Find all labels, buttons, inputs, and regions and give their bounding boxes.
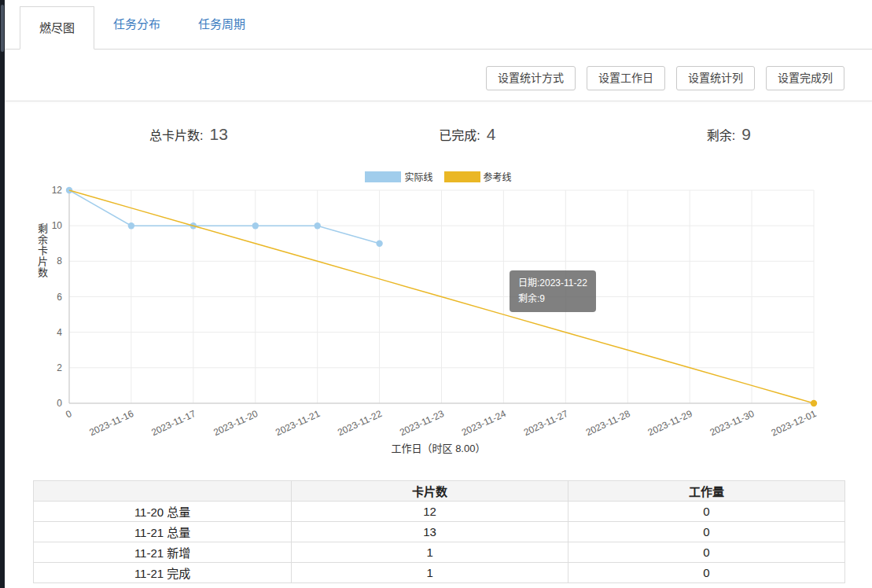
svg-text:8: 8: [57, 255, 62, 266]
row-workload: 0: [568, 502, 845, 522]
svg-text:2023-11-30: 2023-11-30: [708, 408, 756, 438]
tab-task-distribution[interactable]: 任务分布: [94, 0, 179, 49]
row-workload: 0: [568, 563, 845, 583]
stat-remaining-label: 剩余:: [707, 125, 735, 144]
actual-line-swatch: [365, 171, 401, 182]
set-statistics-column-button[interactable]: 设置统计列: [676, 66, 755, 90]
chart-tooltip: 日期:2023-11-22 剩余:9: [510, 270, 596, 312]
set-workday-button[interactable]: 设置工作日: [587, 66, 665, 90]
stats-row: 总卡片数: 13 已完成: 4 剩余: 9: [5, 118, 872, 151]
row-card-count: 12: [292, 502, 568, 522]
svg-text:6: 6: [57, 292, 62, 303]
summary-table: 卡片数 工作量 11-20 总量 12 0 11-21 总量 13 0 11-2…: [33, 480, 845, 583]
row-label: 11-20 总量: [34, 502, 292, 522]
stat-remaining-value: 9: [741, 125, 751, 144]
stat-remaining: 剩余: 9: [707, 125, 751, 144]
tab-task-cycle[interactable]: 任务周期: [179, 0, 264, 49]
y-axis-title: 剩余卡片数: [35, 223, 50, 278]
stat-completed: 已完成: 4: [439, 125, 495, 144]
svg-text:0: 0: [64, 408, 73, 421]
stat-total-cards-value: 13: [209, 125, 227, 144]
svg-text:2: 2: [57, 362, 62, 373]
row-label: 11-21 新增: [34, 542, 292, 563]
svg-text:2023-12-01: 2023-12-01: [770, 408, 819, 439]
row-label: 11-21 总量: [34, 522, 292, 542]
tab-bar: 燃尽图 任务分布 任务周期: [5, 0, 872, 50]
svg-text:0: 0: [57, 398, 62, 409]
table-header-row: 卡片数 工作量: [34, 481, 845, 502]
table-row: 11-20 总量 12 0: [34, 502, 845, 522]
reference-line-label: 参考线: [484, 170, 512, 183]
window-edge-strip: [0, 0, 5, 588]
row-card-count: 1: [292, 542, 568, 563]
row-workload: 0: [568, 522, 845, 542]
reference-line-swatch: [444, 171, 480, 182]
scrollbar-thumb[interactable]: [1, 5, 4, 52]
burndown-page: 燃尽图 任务分布 任务周期 设置统计方式 设置工作日 设置统计列 设置完成列 总…: [0, 0, 872, 588]
svg-text:12: 12: [52, 186, 63, 196]
svg-text:10: 10: [52, 220, 63, 231]
svg-text:2023-11-16: 2023-11-16: [87, 408, 135, 438]
svg-text:2023-11-20: 2023-11-20: [212, 408, 259, 438]
table-row: 11-21 完成 1 0: [34, 563, 845, 583]
table-row: 11-21 新增 1 0: [34, 542, 845, 563]
stat-completed-value: 4: [487, 125, 496, 144]
svg-text:2023-11-17: 2023-11-17: [149, 408, 197, 438]
tab-burndown[interactable]: 燃尽图: [20, 6, 94, 50]
actual-line-label: 实际线: [404, 170, 432, 183]
settings-toolbar: 设置统计方式 设置工作日 设置统计列 设置完成列: [486, 66, 844, 90]
svg-text:2023-11-21: 2023-11-21: [274, 408, 322, 438]
svg-text:2023-11-23: 2023-11-23: [398, 408, 446, 438]
svg-text:2023-11-22: 2023-11-22: [336, 408, 384, 438]
chart-legend: 实际线 参考线: [5, 170, 872, 183]
set-statistics-method-button[interactable]: 设置统计方式: [486, 66, 576, 90]
x-axis-title: 工作日（时区 8.00）: [5, 440, 872, 455]
svg-text:2023-11-29: 2023-11-29: [646, 408, 694, 438]
tooltip-date: 日期:2023-11-22: [518, 275, 587, 291]
burndown-chart[interactable]: 02468101202023-11-162023-11-172023-11-20…: [24, 186, 849, 445]
stat-total-cards: 总卡片数: 13: [149, 125, 228, 144]
header-empty: [34, 481, 292, 502]
header-workload: 工作量: [568, 481, 845, 502]
svg-text:4: 4: [57, 327, 62, 338]
header-card-count: 卡片数: [292, 481, 568, 502]
svg-text:2023-11-28: 2023-11-28: [584, 408, 632, 438]
row-card-count: 1: [292, 563, 568, 583]
row-card-count: 13: [292, 522, 568, 542]
legend-item-reference-line[interactable]: 参考线: [444, 170, 512, 183]
legend-item-actual-line[interactable]: 实际线: [365, 170, 432, 183]
svg-text:2023-11-27: 2023-11-27: [522, 408, 570, 438]
row-label: 11-21 完成: [34, 563, 292, 583]
table-row: 11-21 总量 13 0: [34, 522, 845, 542]
svg-text:2023-11-24: 2023-11-24: [460, 408, 508, 438]
stat-total-cards-label: 总卡片数:: [149, 125, 203, 144]
row-workload: 0: [568, 542, 845, 563]
set-completion-column-button[interactable]: 设置完成列: [766, 66, 844, 90]
stat-completed-label: 已完成:: [439, 125, 480, 144]
tooltip-remaining: 剩余:9: [518, 291, 587, 307]
section-divider: [5, 101, 872, 101]
